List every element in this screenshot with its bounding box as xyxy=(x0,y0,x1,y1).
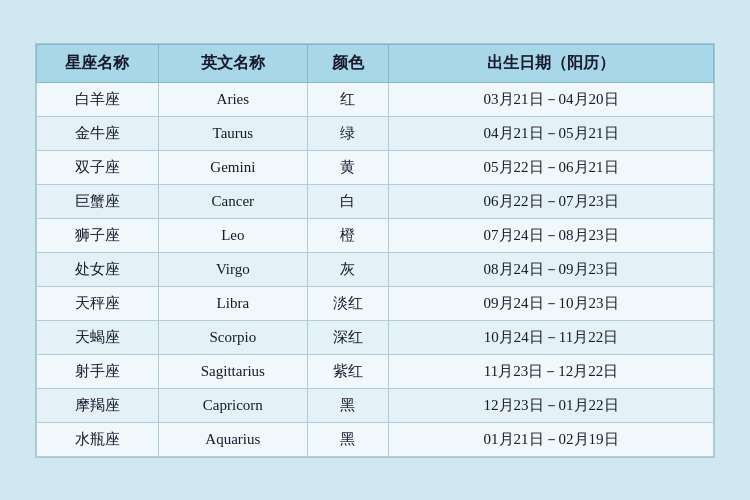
cell-date: 12月23日－01月22日 xyxy=(389,388,714,422)
cell-english: Leo xyxy=(158,218,307,252)
cell-color: 黑 xyxy=(307,388,388,422)
zodiac-table: 星座名称 英文名称 颜色 出生日期（阳历） 白羊座Aries红03月21日－04… xyxy=(36,44,714,457)
cell-english: Capricorn xyxy=(158,388,307,422)
cell-english: Virgo xyxy=(158,252,307,286)
cell-date: 10月24日－11月22日 xyxy=(389,320,714,354)
table-row: 双子座Gemini黄05月22日－06月21日 xyxy=(37,150,714,184)
cell-date: 05月22日－06月21日 xyxy=(389,150,714,184)
table-row: 摩羯座Capricorn黑12月23日－01月22日 xyxy=(37,388,714,422)
cell-color: 紫红 xyxy=(307,354,388,388)
cell-date: 04月21日－05月21日 xyxy=(389,116,714,150)
cell-english: Gemini xyxy=(158,150,307,184)
cell-chinese: 射手座 xyxy=(37,354,159,388)
cell-color: 深红 xyxy=(307,320,388,354)
cell-date: 06月22日－07月23日 xyxy=(389,184,714,218)
cell-chinese: 双子座 xyxy=(37,150,159,184)
cell-chinese: 天秤座 xyxy=(37,286,159,320)
cell-chinese: 金牛座 xyxy=(37,116,159,150)
table-row: 天蝎座Scorpio深红10月24日－11月22日 xyxy=(37,320,714,354)
table-row: 天秤座Libra淡红09月24日－10月23日 xyxy=(37,286,714,320)
cell-date: 08月24日－09月23日 xyxy=(389,252,714,286)
cell-color: 灰 xyxy=(307,252,388,286)
cell-color: 黄 xyxy=(307,150,388,184)
cell-color: 绿 xyxy=(307,116,388,150)
zodiac-table-container: 星座名称 英文名称 颜色 出生日期（阳历） 白羊座Aries红03月21日－04… xyxy=(35,43,715,458)
cell-color: 白 xyxy=(307,184,388,218)
cell-date: 07月24日－08月23日 xyxy=(389,218,714,252)
cell-date: 03月21日－04月20日 xyxy=(389,82,714,116)
table-row: 处女座Virgo灰08月24日－09月23日 xyxy=(37,252,714,286)
table-row: 水瓶座Aquarius黑01月21日－02月19日 xyxy=(37,422,714,456)
header-date: 出生日期（阳历） xyxy=(389,44,714,82)
table-row: 射手座Sagittarius紫红11月23日－12月22日 xyxy=(37,354,714,388)
table-body: 白羊座Aries红03月21日－04月20日金牛座Taurus绿04月21日－0… xyxy=(37,82,714,456)
cell-date: 01月21日－02月19日 xyxy=(389,422,714,456)
cell-english: Aquarius xyxy=(158,422,307,456)
cell-date: 11月23日－12月22日 xyxy=(389,354,714,388)
cell-chinese: 狮子座 xyxy=(37,218,159,252)
table-row: 巨蟹座Cancer白06月22日－07月23日 xyxy=(37,184,714,218)
cell-chinese: 白羊座 xyxy=(37,82,159,116)
table-row: 狮子座Leo橙07月24日－08月23日 xyxy=(37,218,714,252)
cell-color: 黑 xyxy=(307,422,388,456)
cell-color: 红 xyxy=(307,82,388,116)
header-english: 英文名称 xyxy=(158,44,307,82)
cell-date: 09月24日－10月23日 xyxy=(389,286,714,320)
table-row: 金牛座Taurus绿04月21日－05月21日 xyxy=(37,116,714,150)
header-chinese: 星座名称 xyxy=(37,44,159,82)
cell-english: Scorpio xyxy=(158,320,307,354)
cell-english: Cancer xyxy=(158,184,307,218)
cell-chinese: 天蝎座 xyxy=(37,320,159,354)
cell-english: Taurus xyxy=(158,116,307,150)
cell-chinese: 水瓶座 xyxy=(37,422,159,456)
cell-english: Sagittarius xyxy=(158,354,307,388)
cell-chinese: 处女座 xyxy=(37,252,159,286)
header-color: 颜色 xyxy=(307,44,388,82)
cell-chinese: 摩羯座 xyxy=(37,388,159,422)
cell-color: 橙 xyxy=(307,218,388,252)
cell-english: Libra xyxy=(158,286,307,320)
table-header-row: 星座名称 英文名称 颜色 出生日期（阳历） xyxy=(37,44,714,82)
cell-color: 淡红 xyxy=(307,286,388,320)
cell-chinese: 巨蟹座 xyxy=(37,184,159,218)
cell-english: Aries xyxy=(158,82,307,116)
table-row: 白羊座Aries红03月21日－04月20日 xyxy=(37,82,714,116)
